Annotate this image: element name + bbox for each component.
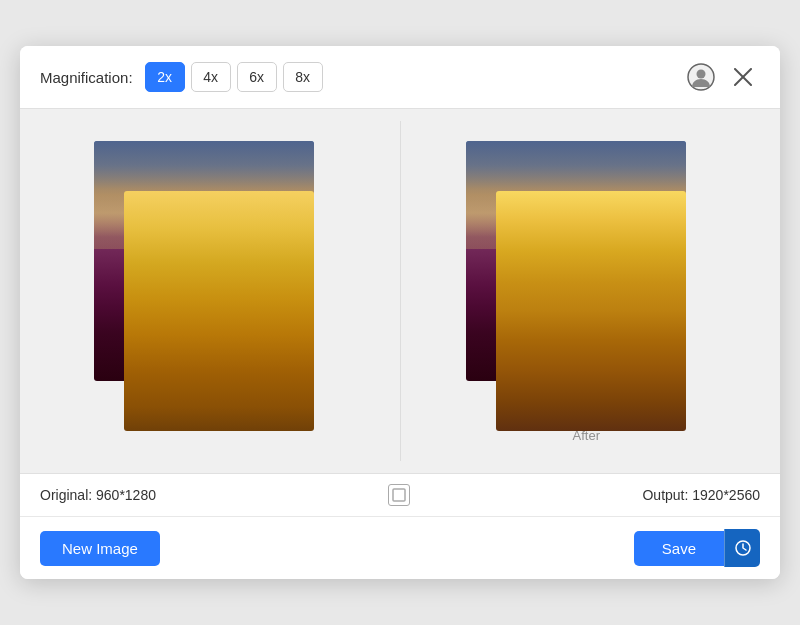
compare-icon: [392, 488, 406, 502]
user-icon: [687, 63, 715, 91]
close-icon: [734, 68, 752, 86]
header: Magnification: 2x 4x 6x 8x: [20, 46, 780, 109]
close-button[interactable]: [726, 60, 760, 94]
mag-btn-4x[interactable]: 4x: [191, 62, 231, 92]
image-area: After: [20, 109, 780, 473]
user-icon-button[interactable]: [684, 60, 718, 94]
mag-btn-8x[interactable]: 8x: [283, 62, 323, 92]
original-front-image: [124, 191, 314, 431]
new-image-button[interactable]: New Image: [40, 531, 160, 566]
original-dimensions: Original: 960*1280: [40, 487, 156, 503]
output-front-image: [496, 191, 686, 431]
original-stack: [94, 141, 334, 441]
info-bar: Original: 960*1280 Output: 1920*2560: [20, 473, 780, 516]
output-stack: [466, 141, 706, 441]
svg-point-1: [697, 70, 706, 79]
after-label: After: [573, 428, 600, 443]
mag-btn-2x[interactable]: 2x: [145, 62, 185, 92]
save-history-button[interactable]: [724, 529, 760, 567]
magnification-buttons: 2x 4x 6x 8x: [145, 62, 323, 92]
magnification-label: Magnification:: [40, 69, 133, 86]
original-panel: [28, 121, 400, 461]
save-group: Save: [634, 529, 760, 567]
save-button[interactable]: Save: [634, 531, 724, 566]
footer: New Image Save: [20, 516, 780, 579]
mag-btn-6x[interactable]: 6x: [237, 62, 277, 92]
history-icon: [734, 539, 752, 557]
dialog: Magnification: 2x 4x 6x 8x: [20, 46, 780, 579]
svg-rect-4: [393, 489, 405, 501]
output-dimensions: Output: 1920*2560: [642, 487, 760, 503]
compare-icon-button[interactable]: [388, 484, 410, 506]
output-panel: After: [400, 121, 773, 461]
